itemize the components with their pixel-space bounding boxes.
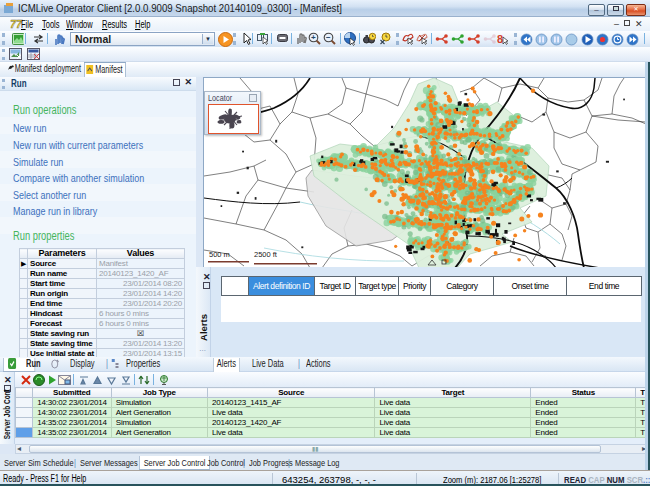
svg-text:8: 8 xyxy=(497,33,503,45)
svg-text:2500 ft: 2500 ft xyxy=(254,250,278,259)
svg-text:+: + xyxy=(311,33,316,42)
svg-text:−: − xyxy=(326,33,331,42)
svg-text:500 m: 500 m xyxy=(209,250,230,259)
